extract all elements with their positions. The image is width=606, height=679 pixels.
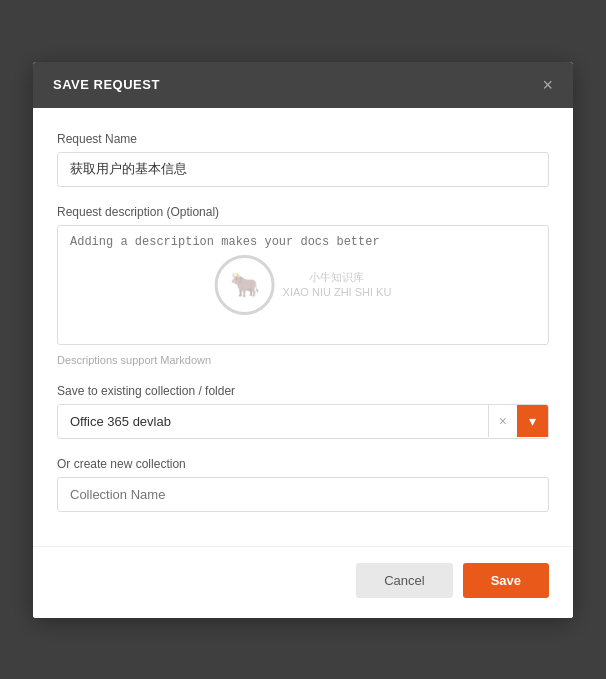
description-group: Request description (Optional) 🐂 小牛知识库XI… xyxy=(57,205,549,366)
modal-close-button[interactable]: × xyxy=(542,76,553,94)
modal-container: SAVE REQUEST × Request Name Request desc… xyxy=(33,62,573,618)
description-hint: Descriptions support Markdown xyxy=(57,354,549,366)
modal-overlay: SAVE REQUEST × Request Name Request desc… xyxy=(0,0,606,679)
save-button[interactable]: Save xyxy=(463,563,549,598)
request-name-input[interactable] xyxy=(57,152,549,187)
modal-body: Request Name Request description (Option… xyxy=(33,108,573,546)
description-textarea[interactable] xyxy=(57,225,549,345)
description-label: Request description (Optional) xyxy=(57,205,549,219)
collection-select-value: Office 365 devlab xyxy=(58,405,488,438)
collection-name-input[interactable] xyxy=(57,477,549,512)
collection-dropdown-button[interactable]: ▾ xyxy=(517,405,548,437)
new-collection-label: Or create new collection xyxy=(57,457,549,471)
collection-group: Save to existing collection / folder Off… xyxy=(57,384,549,439)
modal-title: SAVE REQUEST xyxy=(53,77,160,92)
cancel-button[interactable]: Cancel xyxy=(356,563,452,598)
modal-footer: Cancel Save xyxy=(33,546,573,618)
new-collection-group: Or create new collection xyxy=(57,457,549,512)
request-name-label: Request Name xyxy=(57,132,549,146)
collection-clear-button[interactable]: × xyxy=(488,405,517,437)
request-name-group: Request Name xyxy=(57,132,549,187)
collection-label: Save to existing collection / folder xyxy=(57,384,549,398)
modal-header: SAVE REQUEST × xyxy=(33,62,573,108)
collection-select-wrapper: Office 365 devlab × ▾ xyxy=(57,404,549,439)
